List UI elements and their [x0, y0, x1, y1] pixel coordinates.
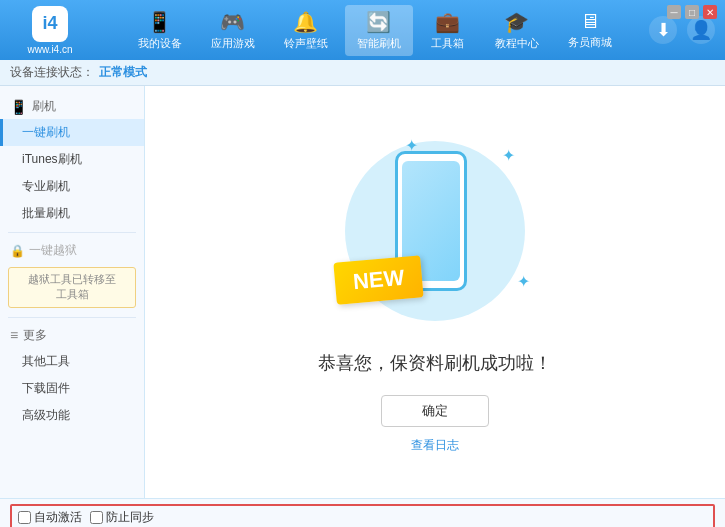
header: i4 www.i4.cn 📱 我的设备 🎮 应用游戏 🔔 铃声壁纸 🔄 智能刷机…	[0, 0, 725, 60]
window-controls: ─ □ ✕	[667, 5, 717, 19]
nav-smart-flash[interactable]: 🔄 智能刷机	[345, 5, 413, 56]
more-section-label: 更多	[23, 327, 47, 344]
jailbreak-notice: 越狱工具已转移至 工具箱	[8, 267, 136, 308]
device-checkbox-row: 自动激活 防止同步	[10, 504, 715, 528]
nav-smart-flash-label: 智能刷机	[357, 36, 401, 51]
status-bar: 设备连接状态： 正常模式	[0, 60, 725, 86]
nav-ringtone-label: 铃声壁纸	[284, 36, 328, 51]
nav-service-label: 务员商城	[568, 35, 612, 50]
smart-flash-icon: 🔄	[366, 10, 391, 34]
time-sync-input[interactable]	[90, 511, 103, 524]
maximize-button[interactable]: □	[685, 5, 699, 19]
nav-tutorial[interactable]: 🎓 教程中心	[483, 5, 551, 56]
flash-section-icon: 📱	[10, 99, 27, 115]
main-layout: 📱 刷机 一键刷机 iTunes刷机 专业刷机 批量刷机 🔒 一键越狱	[0, 86, 725, 498]
time-sync-label: 防止同步	[106, 509, 154, 526]
nav-toolbox[interactable]: 💼 工具箱	[418, 5, 478, 56]
view-log-link[interactable]: 查看日志	[411, 437, 459, 454]
lock-icon: 🔒	[10, 244, 25, 258]
flash-section-label: 刷机	[32, 98, 56, 115]
tutorial-icon: 🎓	[504, 10, 529, 34]
sidebar-item-batch-flash[interactable]: 批量刷机	[0, 200, 144, 227]
sidebar-divider-2	[8, 317, 136, 318]
jailbreak-label: 一键越狱	[29, 242, 77, 259]
sidebar-item-itunes-flash[interactable]: iTunes刷机	[0, 146, 144, 173]
success-message: 恭喜您，保资料刷机成功啦！	[318, 351, 552, 375]
download-button[interactable]: ⬇	[649, 16, 677, 44]
logo-subtitle: www.i4.cn	[27, 44, 72, 55]
sparkle-2: ✦	[502, 146, 515, 165]
nav-tutorial-label: 教程中心	[495, 36, 539, 51]
close-button[interactable]: ✕	[703, 5, 717, 19]
sidebar-item-one-key-flash[interactable]: 一键刷机	[0, 119, 144, 146]
bottom-left: 自动激活 防止同步 📱 iPhone 15 Pro Max 512GB iPho…	[10, 504, 715, 528]
status-value: 正常模式	[99, 64, 147, 81]
sidebar-section-jailbreak: 🔒 一键越狱	[0, 238, 144, 263]
sidebar-item-advanced[interactable]: 高级功能	[0, 402, 144, 429]
nav-service[interactable]: 🖥 务员商城	[556, 5, 624, 55]
sidebar-divider-1	[8, 232, 136, 233]
header-right: ⬇ 👤	[649, 16, 715, 44]
time-sync-checkbox[interactable]: 防止同步	[90, 509, 154, 526]
service-icon: 🖥	[580, 10, 600, 33]
nav-my-device-label: 我的设备	[138, 36, 182, 51]
auto-activate-label: 自动激活	[34, 509, 82, 526]
new-badge-text: NEW	[352, 264, 405, 293]
auto-activate-checkbox[interactable]: 自动激活	[18, 509, 82, 526]
main-content: ✦ ✦ ✦ NEW 恭喜您，保资料刷机成功啦！ 确定 查看日志	[145, 86, 725, 498]
nav-app-games[interactable]: 🎮 应用游戏	[199, 5, 267, 56]
status-label: 设备连接状态：	[10, 64, 94, 81]
minimize-button[interactable]: ─	[667, 5, 681, 19]
sidebar: 📱 刷机 一键刷机 iTunes刷机 专业刷机 批量刷机 🔒 一键越狱	[0, 86, 145, 498]
new-ribbon: NEW	[333, 255, 424, 304]
ringtone-icon: 🔔	[293, 10, 318, 34]
sidebar-section-flash: 📱 刷机	[0, 94, 144, 119]
nav-ringtone[interactable]: 🔔 铃声壁纸	[272, 5, 340, 56]
nav-app-games-label: 应用游戏	[211, 36, 255, 51]
user-button[interactable]: 👤	[687, 16, 715, 44]
nav-my-device[interactable]: 📱 我的设备	[126, 5, 194, 56]
app-logo: i4	[32, 6, 68, 42]
sidebar-section-more: ≡ 更多	[0, 323, 144, 348]
auto-activate-input[interactable]	[18, 511, 31, 524]
sidebar-item-other-tools[interactable]: 其他工具	[0, 348, 144, 375]
success-illustration: ✦ ✦ ✦ NEW	[325, 131, 545, 331]
sidebar-item-pro-flash[interactable]: 专业刷机	[0, 173, 144, 200]
more-section-icon: ≡	[10, 327, 18, 343]
bottom-device-bar: 自动激活 防止同步 📱 iPhone 15 Pro Max 512GB iPho…	[0, 498, 725, 527]
checkbox-highlight-box: 自动激活 防止同步	[10, 504, 715, 528]
confirm-button[interactable]: 确定	[381, 395, 489, 427]
nav-bar: 📱 我的设备 🎮 应用游戏 🔔 铃声壁纸 🔄 智能刷机 💼 工具箱 🎓	[110, 5, 639, 56]
logo-area: i4 www.i4.cn	[10, 6, 90, 55]
sparkle-3: ✦	[517, 272, 530, 291]
nav-toolbox-label: 工具箱	[431, 36, 464, 51]
sidebar-item-download-firmware[interactable]: 下载固件	[0, 375, 144, 402]
toolbox-icon: 💼	[435, 10, 460, 34]
my-device-icon: 📱	[147, 10, 172, 34]
app-games-icon: 🎮	[220, 10, 245, 34]
